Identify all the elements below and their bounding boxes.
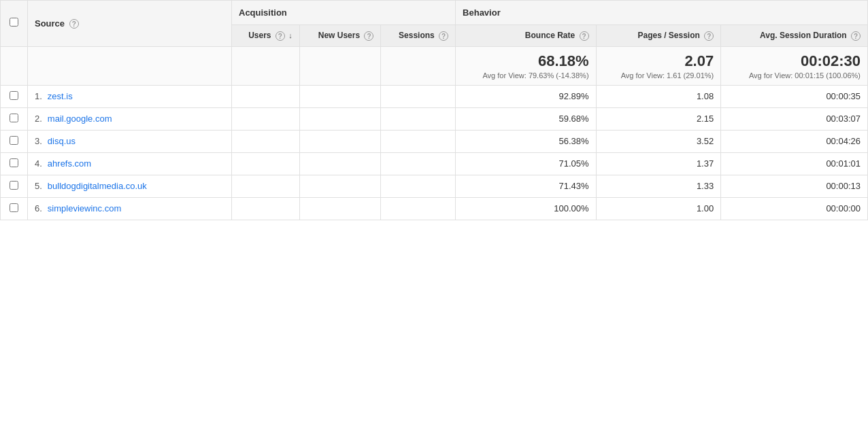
users-cell	[232, 197, 300, 220]
select-all-checkbox[interactable]	[10, 18, 18, 27]
avg-bounce-rate-main: 68.18%	[463, 52, 588, 70]
row-checkbox-cell	[1, 107, 28, 130]
pages-session-help-icon[interactable]: ?	[704, 31, 714, 41]
row-checkbox[interactable]	[10, 158, 18, 167]
pages-session-header: Pages / Session ?	[596, 25, 721, 47]
sessions-cell	[381, 107, 456, 130]
source-link[interactable]: zest.is	[48, 91, 73, 101]
table-row: 5.bulldogdigitalmedia.co.uk71.43%1.3300:…	[1, 175, 868, 197]
bounce-rate-cell: 71.05%	[456, 152, 596, 175]
bounce-rate-cell: 92.89%	[456, 85, 596, 107]
avg-sessions-cell	[381, 46, 456, 85]
source-cell: 3.disq.us	[28, 130, 232, 152]
source-cell: 4.ahrefs.com	[28, 152, 232, 175]
pages-session-cell: 2.15	[596, 107, 721, 130]
average-row: 68.18% Avg for View: 79.63% (-14.38%) 2.…	[1, 46, 868, 85]
table-row: 3.disq.us56.38%3.5200:04:26	[1, 130, 868, 152]
sessions-cell	[381, 85, 456, 107]
avg-users-cell	[232, 46, 300, 85]
select-all-header	[1, 1, 28, 47]
source-link[interactable]: disq.us	[48, 136, 76, 146]
users-header: Users ? ↓	[232, 25, 300, 47]
row-checkbox-cell	[1, 175, 28, 197]
behavior-label: Behavior	[463, 7, 501, 18]
avg-source-cell	[28, 46, 232, 85]
new-users-help-icon[interactable]: ?	[364, 31, 373, 41]
row-number: 3.	[35, 136, 42, 146]
users-help-icon[interactable]: ?	[276, 31, 285, 41]
acquisition-group-header: Acquisition	[232, 1, 456, 25]
users-cell	[232, 152, 300, 175]
row-number: 6.	[35, 203, 42, 213]
sessions-cell	[381, 175, 456, 197]
new-users-cell	[299, 152, 381, 175]
avg-session-main: 00:02:30	[728, 52, 861, 70]
source-header: Source ?	[28, 1, 232, 47]
bounce-rate-cell: 71.43%	[456, 175, 596, 197]
sessions-cell	[381, 152, 456, 175]
row-checkbox-cell	[1, 85, 28, 107]
group-header-row: Source ? Acquisition Behavior	[1, 1, 868, 25]
pages-session-cell: 1.37	[596, 152, 721, 175]
source-help-icon[interactable]: ?	[69, 19, 79, 29]
avg-session-cell: 00:03:07	[721, 107, 868, 130]
acquisition-label: Acquisition	[239, 7, 287, 18]
users-cell	[232, 175, 300, 197]
behavior-group-header: Behavior	[456, 1, 868, 25]
row-checkbox[interactable]	[10, 136, 18, 145]
avg-session-cell: 00:00:13	[721, 175, 868, 197]
new-users-header: New Users ?	[299, 25, 381, 47]
row-checkbox[interactable]	[10, 114, 18, 122]
row-checkbox[interactable]	[10, 91, 18, 100]
bounce-rate-cell: 100.00%	[456, 197, 596, 220]
avg-bounce-rate-cell: 68.18% Avg for View: 79.63% (-14.38%)	[456, 46, 596, 85]
avg-session-duration-cell: 00:02:30 Avg for View: 00:01:15 (100.06%…	[721, 46, 868, 85]
users-cell	[232, 107, 300, 130]
users-cell	[232, 130, 300, 152]
new-users-cell	[299, 85, 381, 107]
avg-session-sub: Avg for View: 00:01:15 (100.06%)	[728, 71, 861, 80]
avg-session-label: Avg. Session Duration	[760, 31, 847, 40]
bounce-rate-header: Bounce Rate ?	[456, 25, 596, 47]
avg-session-cell: 00:00:00	[721, 197, 868, 220]
table-row: 2.mail.google.com59.68%2.1500:03:07	[1, 107, 868, 130]
users-sort-arrow[interactable]: ↓	[288, 31, 293, 39]
row-number: 1.	[35, 91, 42, 101]
source-link[interactable]: ahrefs.com	[48, 158, 91, 169]
source-link[interactable]: mail.google.com	[48, 114, 112, 124]
avg-session-header: Avg. Session Duration ?	[721, 25, 868, 47]
sessions-help-icon[interactable]: ?	[439, 31, 448, 41]
sessions-label: Sessions	[399, 31, 435, 40]
source-link[interactable]: bulldogdigitalmedia.co.uk	[48, 181, 147, 191]
bounce-rate-help-icon[interactable]: ?	[580, 31, 589, 41]
row-checkbox[interactable]	[10, 203, 18, 212]
avg-session-help-icon[interactable]: ?	[851, 31, 861, 41]
source-cell: 5.bulldogdigitalmedia.co.uk	[28, 175, 232, 197]
avg-new-users-cell	[299, 46, 381, 85]
bounce-rate-label: Bounce Rate	[525, 31, 575, 40]
row-number: 4.	[35, 158, 42, 169]
avg-session-cell: 00:01:01	[721, 152, 868, 175]
sessions-header: Sessions ?	[381, 25, 456, 47]
source-link[interactable]: simpleviewinc.com	[48, 203, 121, 213]
new-users-cell	[299, 130, 381, 152]
avg-session-cell: 00:00:35	[721, 85, 868, 107]
users-label: Users	[248, 31, 271, 40]
pages-session-label: Pages / Session	[637, 31, 699, 40]
source-cell: 6.simpleviewinc.com	[28, 197, 232, 220]
row-checkbox-cell	[1, 197, 28, 220]
avg-session-cell: 00:04:26	[721, 130, 868, 152]
row-checkbox[interactable]	[10, 181, 18, 190]
row-number: 2.	[35, 114, 42, 124]
new-users-cell	[299, 175, 381, 197]
avg-checkbox-cell	[1, 46, 28, 85]
avg-bounce-rate-sub: Avg for View: 79.63% (-14.38%)	[463, 71, 588, 80]
bounce-rate-cell: 59.68%	[456, 107, 596, 130]
pages-session-cell: 1.08	[596, 85, 721, 107]
new-users-cell	[299, 107, 381, 130]
users-cell	[232, 85, 300, 107]
sessions-cell	[381, 197, 456, 220]
analytics-table-wrapper: Source ? Acquisition Behavior Users ? ↓	[0, 0, 868, 220]
new-users-label: New Users	[318, 31, 360, 40]
analytics-table: Source ? Acquisition Behavior Users ? ↓	[0, 0, 868, 220]
